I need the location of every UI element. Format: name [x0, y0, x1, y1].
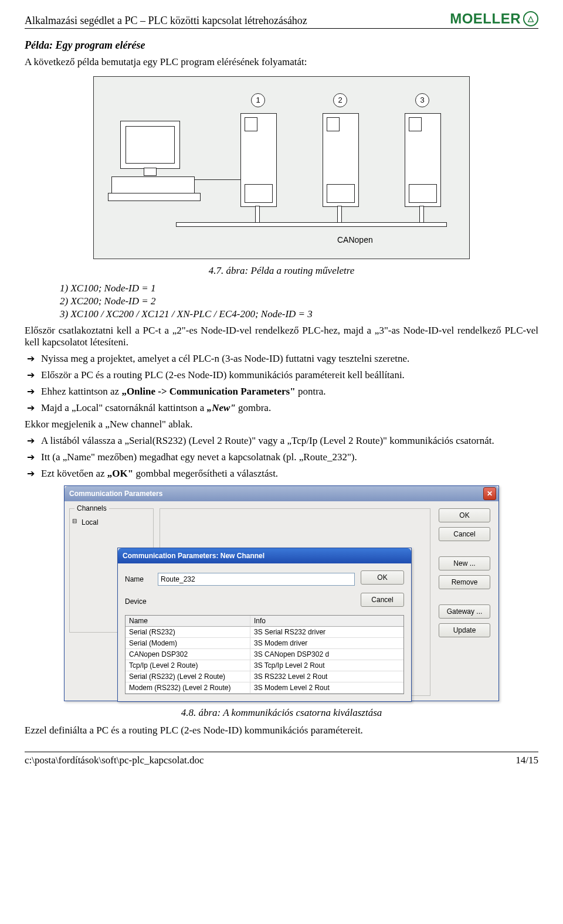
- step-5: A listából válassza a „Serial(RS232) (Le…: [25, 435, 538, 447]
- device-info-cell: 3S Modem driver: [250, 638, 403, 649]
- step-2: Először a PC és a routing PLC (2-es Node…: [25, 369, 538, 381]
- device-name-cell: Tcp/Ip (Level 2 Route): [126, 660, 250, 671]
- marker-3: 3: [415, 93, 429, 107]
- device-label: Device: [125, 597, 152, 606]
- step-4-italic: „New": [207, 402, 236, 413]
- device-info-cell: 3S Modem Level 2 Rout: [250, 682, 403, 694]
- channels-legend: Channels: [74, 504, 109, 512]
- table-row[interactable]: CANopen DSP3023S CANopen DSP302 d: [126, 649, 403, 660]
- cancel-button[interactable]: Cancel: [439, 527, 490, 541]
- outer-buttons-column: OK Cancel New ... Remove Gateway ... Upd…: [439, 508, 494, 696]
- node-line-2: 2) XC200; Node-ID = 2: [60, 295, 538, 307]
- name-input[interactable]: [158, 573, 355, 586]
- logo-text: MOELLER: [450, 11, 521, 27]
- figure-4-7-caption: 4.7. ábra: Példa a routing műveletre: [25, 265, 538, 277]
- pc-stand-icon: [144, 168, 157, 176]
- device-table[interactable]: Name Info Serial (RS232)3S Serial RS232 …: [125, 615, 404, 694]
- gateway-button[interactable]: Gateway ...: [439, 604, 490, 619]
- step-6: Itt (a „Name" mezőben) megadhat egy neve…: [25, 451, 538, 463]
- step-2-text: Először a PC és a routing PLC (2-es Node…: [41, 369, 405, 381]
- col-info-header: Info: [250, 616, 403, 627]
- bus-line: [176, 222, 447, 227]
- device-info-cell: 3S Serial RS232 driver: [250, 627, 403, 638]
- step-7: Ezt követően az „OK" gombbal megerősíthe…: [25, 468, 538, 480]
- node-line-1: 1) XC100; Node-ID = 1: [60, 283, 538, 294]
- bus-label: CANopen: [337, 235, 373, 244]
- col-name-header: Name: [126, 616, 250, 627]
- step-6-text: Itt (a „Name" mezőben) megadhat egy neve…: [41, 451, 357, 463]
- inner-title: Communication Parameters: New Channel: [123, 552, 264, 560]
- update-button[interactable]: Update: [439, 623, 490, 637]
- node-id-list: 1) XC100; Node-ID = 1 2) XC200; Node-ID …: [25, 283, 538, 320]
- table-row[interactable]: Modem (RS232) (Level 2 Route)3S Modem Le…: [126, 682, 403, 694]
- plc-3-icon: [405, 113, 441, 207]
- closing-paragraph: Ezzel definiálta a PC és a routing PLC (…: [25, 725, 538, 736]
- device-name-cell: Serial (RS232) (Level 2 Route): [126, 671, 250, 682]
- ok-button[interactable]: OK: [439, 508, 490, 522]
- step-1: Nyissa meg a projektet, amelyet a cél PL…: [25, 353, 538, 365]
- step-3-bold: „Online -> Communication Parameters": [121, 386, 295, 397]
- step-4-pre: Majd a „Local" csatornáknál kattintson a: [41, 402, 207, 413]
- section-title: Példa: Egy program elérése: [25, 39, 538, 52]
- new-channel-dialog: Communication Parameters: New Channel Na…: [117, 548, 412, 702]
- outer-title: Communication Parameters: [69, 490, 162, 498]
- inner-cancel-button[interactable]: Cancel: [361, 593, 404, 607]
- marker-1: 1: [251, 93, 265, 107]
- logo-badge-icon: △: [523, 11, 538, 26]
- step-7-pre: Ezt követően az: [41, 468, 107, 479]
- step-1-text: Nyissa meg a projektet, amelyet a cél PL…: [41, 353, 409, 364]
- page-footer: c:\posta\fordítások\soft\pc-plc_kapcsola…: [25, 752, 538, 766]
- device-name-cell: Modem (RS232) (Level 2 Route): [126, 682, 250, 694]
- new-button[interactable]: New ...: [439, 556, 490, 570]
- device-info-cell: 3S Tcp/Ip Level 2 Rout: [250, 660, 403, 671]
- device-name-cell: Serial (Modem): [126, 638, 250, 649]
- table-row[interactable]: Tcp/Ip (Level 2 Route)3S Tcp/Ip Level 2 …: [126, 660, 403, 671]
- device-name-cell: Serial (RS232): [126, 627, 250, 638]
- step-5-text: A listából válassza a „Serial(RS232) (Le…: [41, 435, 494, 446]
- close-icon[interactable]: ✕: [483, 487, 496, 500]
- pc-cable-icon: [195, 179, 242, 194]
- step-3: Ehhez kattintson az „Online -> Communica…: [25, 386, 538, 398]
- pc-base-icon: [108, 193, 201, 201]
- pc-monitor-icon: [120, 121, 180, 169]
- outer-titlebar: Communication Parameters ✕: [65, 486, 498, 501]
- name-label: Name: [125, 575, 152, 583]
- step-3-post: pontra.: [296, 386, 326, 397]
- marker-2: 2: [333, 93, 347, 107]
- figure-4-7: 1 2 3 CANopen: [93, 76, 470, 259]
- device-info-cell: 3S RS232 Level 2 Rout: [250, 671, 403, 682]
- plc-2-icon: [323, 113, 359, 207]
- footer-path: c:\posta\fordítások\soft\pc-plc_kapcsola…: [25, 755, 204, 766]
- step-4: Majd a „Local" csatornáknál kattintson a…: [25, 402, 538, 414]
- table-row[interactable]: Serial (Modem)3S Modem driver: [126, 638, 403, 649]
- step-4-post: gombra.: [236, 402, 271, 413]
- connect-paragraph: Először csatlakoztatni kell a PC-t a „2"…: [25, 325, 538, 348]
- moeller-logo: MOELLER △: [450, 11, 538, 27]
- new-channel-appears: Ekkor megjelenik a „New channel" ablak.: [25, 419, 538, 430]
- device-name-cell: CANopen DSP302: [126, 649, 250, 660]
- table-row[interactable]: Serial (RS232)3S Serial RS232 driver: [126, 627, 403, 638]
- header-title: Alkalmazási segédlet a PC – PLC közötti …: [25, 15, 307, 27]
- figure-4-8-caption: 4.8. ábra: A kommunikációs csatorna kivá…: [25, 707, 538, 719]
- intro-paragraph: A következő példa bemutatja egy PLC prog…: [25, 56, 538, 68]
- inner-ok-button[interactable]: OK: [361, 570, 404, 585]
- pc-keyboard-icon: [111, 176, 195, 194]
- footer-page: 14/15: [515, 755, 538, 766]
- step-3-pre: Ehhez kattintson az: [41, 386, 121, 397]
- communication-parameters-window: Communication Parameters ✕ Channels Loca…: [64, 485, 499, 701]
- inner-titlebar: Communication Parameters: New Channel: [118, 548, 411, 563]
- remove-button[interactable]: Remove: [439, 575, 490, 589]
- device-info-cell: 3S CANopen DSP302 d: [250, 649, 403, 660]
- step-7-post: gombbal megerősítheti a választást.: [133, 468, 278, 479]
- tree-local-item[interactable]: Local: [73, 517, 150, 528]
- page-header: Alkalmazási segédlet a PC – PLC közötti …: [25, 11, 538, 29]
- step-7-bold: „OK": [107, 468, 133, 479]
- table-row[interactable]: Serial (RS232) (Level 2 Route)3S RS232 L…: [126, 671, 403, 682]
- node-line-3: 3) XC100 / XC200 / XC121 / XN-PLC / EC4-…: [60, 308, 538, 320]
- plc-1-icon: [240, 113, 277, 207]
